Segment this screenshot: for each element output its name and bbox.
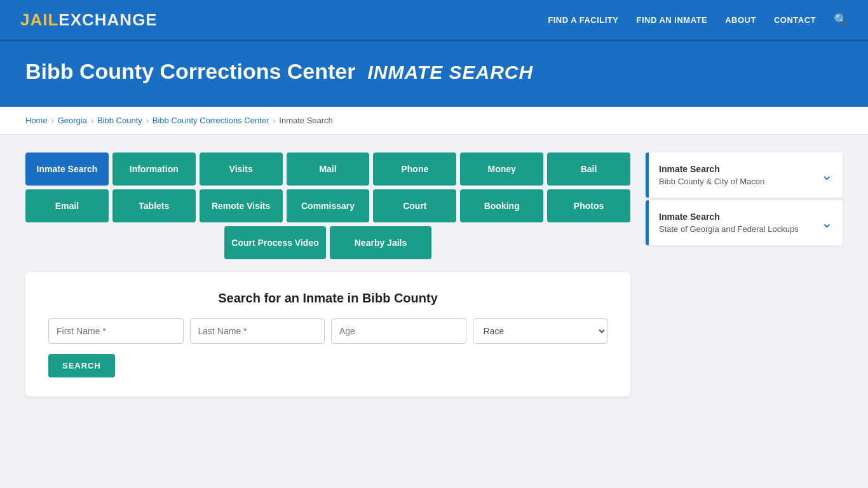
- btn-email[interactable]: Email: [25, 189, 109, 222]
- main-content: Inmate Search Information Visits Mail Ph…: [0, 135, 868, 414]
- sidebar-card-bibb-county[interactable]: Inmate Search Bibb County & City of Maco…: [646, 152, 843, 198]
- nav-find-facility[interactable]: FIND A FACILITY: [548, 15, 618, 25]
- age-input[interactable]: [331, 318, 466, 344]
- btn-remote-visits[interactable]: Remote Visits: [200, 189, 283, 222]
- hero-title-main: Bibb County Corrections Center: [25, 59, 355, 83]
- breadcrumb-bibb-county[interactable]: Bibb County: [97, 116, 142, 125]
- breadcrumb-corrections-center[interactable]: Bibb County Corrections Center: [153, 116, 269, 125]
- breadcrumb-sep-4: ›: [273, 116, 275, 125]
- search-button[interactable]: SEARCH: [48, 354, 115, 377]
- btn-tablets[interactable]: Tablets: [112, 189, 196, 222]
- breadcrumb-sep-1: ›: [51, 116, 54, 125]
- logo-jail: JAIL: [20, 10, 58, 29]
- nav-buttons-row2: Email Tablets Remote Visits Commissary C…: [25, 189, 630, 222]
- btn-phone[interactable]: Phone: [373, 152, 456, 186]
- page-title: Bibb County Corrections Center INMATE SE…: [25, 59, 843, 84]
- breadcrumb-georgia[interactable]: Georgia: [58, 116, 87, 125]
- btn-information[interactable]: Information: [112, 152, 196, 186]
- site-logo[interactable]: JAILEXCHANGE: [20, 10, 158, 30]
- btn-inmate-search[interactable]: Inmate Search: [25, 152, 109, 186]
- sidebar-card-bibb-chevron: ⌄: [821, 167, 832, 184]
- race-select[interactable]: Race White Black Hispanic Asian Other: [473, 318, 608, 344]
- nav-find-inmate[interactable]: FIND AN INMATE: [636, 15, 707, 25]
- first-name-input[interactable]: [48, 318, 184, 344]
- last-name-input[interactable]: [190, 318, 325, 344]
- search-fields: Race White Black Hispanic Asian Other: [48, 318, 607, 344]
- search-panel: Search for an Inmate in Bibb County Race…: [25, 272, 630, 396]
- btn-court[interactable]: Court: [373, 189, 456, 222]
- btn-court-process-video[interactable]: Court Process Video: [224, 226, 326, 259]
- logo-exchange: EXCHANGE: [58, 10, 157, 29]
- btn-bail[interactable]: Bail: [547, 152, 630, 186]
- btn-visits[interactable]: Visits: [200, 152, 283, 186]
- btn-money[interactable]: Money: [460, 152, 543, 186]
- btn-booking[interactable]: Booking: [460, 189, 543, 222]
- breadcrumb-sep-2: ›: [91, 116, 93, 125]
- hero-title-sub: INMATE SEARCH: [367, 62, 533, 83]
- breadcrumb: Home › Georgia › Bibb County › Bibb Coun…: [25, 116, 843, 125]
- nav-buttons-row3: Court Process Video Nearby Jails: [25, 226, 630, 259]
- btn-mail[interactable]: Mail: [287, 152, 370, 186]
- sidebar-card-georgia-title: Inmate Search: [659, 212, 799, 222]
- navbar: JAILEXCHANGE FIND A FACILITY FIND AN INM…: [0, 0, 868, 41]
- sidebar-card-bibb-subtitle: Bibb County & City of Macon: [659, 177, 764, 186]
- nav-links: FIND A FACILITY FIND AN INMATE ABOUT CON…: [548, 13, 848, 27]
- sidebar-card-georgia-chevron: ⌄: [821, 215, 832, 231]
- hero-section: Bibb County Corrections Center INMATE SE…: [0, 41, 868, 107]
- btn-commissary[interactable]: Commissary: [287, 189, 370, 222]
- sidebar-card-georgia-text: Inmate Search State of Georgia and Feder…: [659, 212, 799, 234]
- sidebar-card-bibb-text: Inmate Search Bibb County & City of Maco…: [659, 164, 764, 186]
- breadcrumb-sep-3: ›: [146, 116, 149, 125]
- breadcrumb-home[interactable]: Home: [25, 116, 48, 125]
- left-column: Inmate Search Information Visits Mail Ph…: [25, 152, 630, 396]
- btn-nearby-jails[interactable]: Nearby Jails: [330, 226, 431, 259]
- right-column: Inmate Search Bibb County & City of Maco…: [646, 152, 843, 248]
- nav-contact[interactable]: CONTACT: [774, 15, 816, 25]
- navbar-search-icon[interactable]: 🔍: [834, 13, 848, 27]
- sidebar-card-bibb-title: Inmate Search: [659, 164, 764, 174]
- breadcrumb-bar: Home › Georgia › Bibb County › Bibb Coun…: [0, 107, 868, 135]
- breadcrumb-current: Inmate Search: [279, 116, 333, 125]
- nav-buttons-row1: Inmate Search Information Visits Mail Ph…: [25, 152, 630, 186]
- sidebar-card-georgia-federal[interactable]: Inmate Search State of Georgia and Feder…: [646, 200, 843, 245]
- search-panel-title: Search for an Inmate in Bibb County: [48, 291, 607, 306]
- btn-photos[interactable]: Photos: [547, 189, 630, 222]
- nav-about[interactable]: ABOUT: [725, 15, 756, 25]
- sidebar-card-georgia-subtitle: State of Georgia and Federal Lockups: [659, 224, 799, 234]
